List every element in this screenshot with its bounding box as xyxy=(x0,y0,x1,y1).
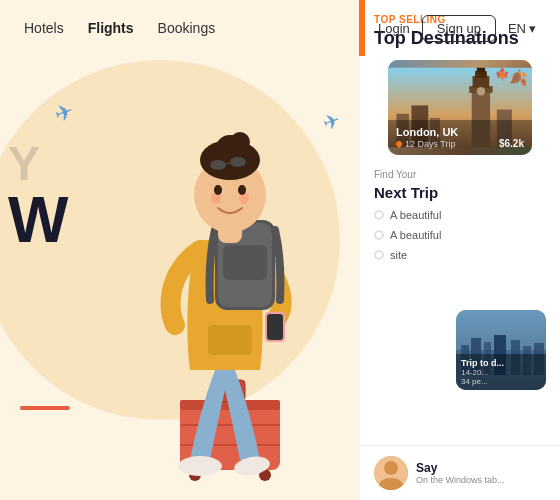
nav-links: Hotels Flights Bookings xyxy=(24,20,215,36)
user-avatar xyxy=(374,456,408,490)
destination-info: London, UK 12 Days Trip $6.2k xyxy=(388,120,532,155)
trip-option-label-1: A beautiful xyxy=(390,209,441,221)
svg-point-24 xyxy=(210,160,226,170)
trip-card-name: Trip to d... xyxy=(461,358,541,368)
svg-point-36 xyxy=(477,87,485,95)
svg-point-23 xyxy=(238,185,246,195)
trip-radio-2[interactable] xyxy=(374,230,384,240)
destination-card-london[interactable]: 🍂 🍁 London, UK 12 Days Trip $6.2k xyxy=(388,60,532,155)
trip-option-label-2: A beautiful xyxy=(390,229,441,241)
svg-rect-34 xyxy=(475,71,487,78)
next-trip-title: Next Trip xyxy=(374,184,546,201)
svg-point-25 xyxy=(230,157,246,167)
right-panel: Top Selling Top Destinations xyxy=(360,0,560,500)
trip-option-label-3: site xyxy=(390,249,407,261)
say-subtitle: On the Windows tab... xyxy=(416,475,505,485)
next-trip-subtitle: Find Your xyxy=(374,169,546,180)
login-button[interactable]: Login xyxy=(378,21,410,36)
svg-rect-11 xyxy=(267,314,283,340)
svg-rect-33 xyxy=(473,76,490,88)
svg-line-26 xyxy=(226,163,230,164)
destination-name: London, UK xyxy=(396,126,458,138)
nav-flights[interactable]: Flights xyxy=(88,20,134,36)
svg-point-7 xyxy=(178,456,222,476)
destination-price: $6.2k xyxy=(499,138,524,149)
chevron-down-icon: ▾ xyxy=(529,21,536,36)
decoration-line xyxy=(20,406,70,410)
svg-rect-14 xyxy=(223,245,267,280)
lang-label: EN xyxy=(508,21,526,36)
trip-option-1[interactable]: A beautiful xyxy=(374,209,546,221)
trip-card-small[interactable]: Trip to d... 14-20... 34 pe... xyxy=(456,310,546,390)
nav-bookings[interactable]: Bookings xyxy=(158,20,216,36)
trip-option-3[interactable]: site xyxy=(374,249,546,261)
svg-text:🍂: 🍂 xyxy=(509,68,528,86)
svg-rect-9 xyxy=(208,325,252,355)
svg-text:🍁: 🍁 xyxy=(495,66,510,80)
trip-radio-1[interactable] xyxy=(374,210,384,220)
destination-trip-duration: 12 Days Trip xyxy=(396,139,458,149)
trip-card-label: Trip to d... 14-20... 34 pe... xyxy=(456,354,546,390)
trip-radio-3[interactable] xyxy=(374,250,384,260)
nav-hotels[interactable]: Hotels xyxy=(24,20,64,36)
trip-card-price: 14-20... xyxy=(461,368,541,377)
signup-button[interactable]: Sign up xyxy=(422,15,496,42)
trip-option-2[interactable]: A beautiful xyxy=(374,229,546,241)
navbar: Hotels Flights Bookings Login Sign up EN… xyxy=(0,0,560,56)
say-title: Say xyxy=(416,461,505,475)
svg-rect-35 xyxy=(477,67,485,71)
nav-right: Login Sign up EN ▾ xyxy=(378,15,536,42)
say-text-content: Say On the Windows tab... xyxy=(416,461,505,485)
svg-point-41 xyxy=(384,461,398,475)
trip-card-seats: 34 pe... xyxy=(461,377,541,386)
say-section: Say On the Windows tab... xyxy=(360,445,560,500)
language-selector[interactable]: EN ▾ xyxy=(508,21,536,36)
svg-point-22 xyxy=(214,185,222,195)
svg-point-19 xyxy=(230,132,250,152)
pin-icon xyxy=(395,139,403,147)
